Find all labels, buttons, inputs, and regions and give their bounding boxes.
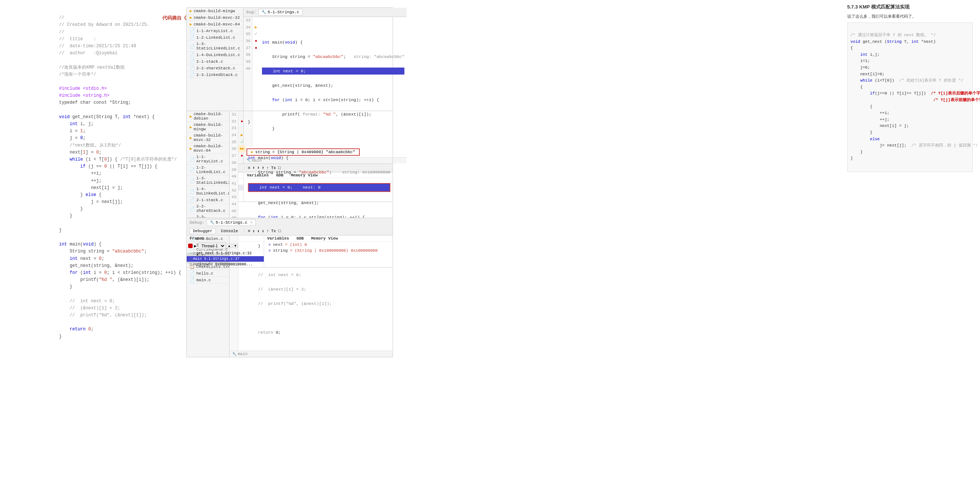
debug-label: Debug: — [190, 220, 204, 225]
frame-bot-get-next[interactable]: ✓ □ get_next 5-1-Strings.c:32 — [187, 250, 264, 256]
filetree-staticlinked-2[interactable]: 📄 1-3-StaticLinkedList.c — [187, 175, 229, 186]
filetree-dulinked-2[interactable]: 📄 1-4-DuLinkedList.c — [187, 186, 229, 197]
filetree-hello[interactable]: 📄 hello.c — [187, 270, 229, 277]
middle-bot-panel: Debug: 🔧 5-1-Strings.c × Debugger Consol… — [186, 218, 393, 268]
filetree-linkedstack[interactable]: 📄 2-3-linkedStack.c — [187, 72, 243, 78]
var-row-string: ≡ string = (String | 0x100000000) 0x1000… — [264, 248, 393, 253]
filetree-cmake-mingw-2[interactable]: ▶ cmake-build-mingw — [187, 122, 229, 132]
dbg-icon-b5[interactable]: ↑ — [266, 229, 269, 233]
filetree-cmake-msvc64-2[interactable]: ▶ cmake-build-msvc-64 — [187, 143, 229, 154]
right-panel: 5.7.3 KMP 模式匹配算法实现 说了这么多，我们可以来看看代码了。 /* … — [847, 4, 973, 172]
variables-header-bot: Variables GDB Memory View — [264, 236, 393, 242]
frames-controls-bot: ▶ Thread-1 ▲ ▼ — [187, 242, 264, 250]
variables-label-bot: Variables — [267, 236, 289, 241]
debugger-tab-bot[interactable]: Debugger — [190, 228, 216, 234]
dbg-icon-b6[interactable]: Tx — [271, 229, 276, 233]
debug-title-bar: Debug: 🔧 5-1-Strings.c × — [186, 218, 393, 227]
filetree-cmake-msvc32-2[interactable]: ▶ cmake-build-msvc-32 — [187, 132, 229, 143]
filetree-staticlinked[interactable]: 📄 1-3-StaticLinkedList.c — [187, 41, 243, 52]
left-code-panel: 代码摘自《大话 数据结构》 // // Created by Adward on… — [59, 7, 207, 347]
filetree-stack-2[interactable]: 📄 2-1-stack.c — [187, 197, 229, 203]
console-tab-bot[interactable]: Console — [218, 228, 241, 234]
right-section-title: 5.7.3 KMP 模式匹配算法实现 — [847, 4, 973, 10]
bug-label: bug: — [247, 10, 256, 14]
debugger-bar-bot: Debugger Console | ≡ ⬆ ⬇ ⬆ ↑ Tx □ — [186, 227, 393, 235]
right-intro: 说了这么多，我们可以来看看代码了。 — [847, 13, 973, 19]
filetree-linkedlist[interactable]: 📄 1-2-LinkedList.c — [187, 34, 243, 41]
debug-file-tab[interactable]: 🔧 5-1-Strings.c × — [207, 219, 256, 226]
filetree-cmake-msvc64[interactable]: ▶ cmake-build-msvc-64 — [187, 21, 243, 28]
filetree-sharestack-2[interactable]: 📄 2-2-shareStack.c — [187, 203, 229, 214]
frames-variables-bot: Frames ▶ Thread-1 ▲ ▼ ✓ □ get_next 5-1-S… — [186, 235, 393, 268]
right-code-block: /* 通过计算返回子串 T 的 next 数组。 */ void get_nex… — [847, 22, 973, 172]
filetree-main[interactable]: 📄 main.c — [187, 277, 229, 284]
dbg-icon-b2[interactable]: ⬆ — [252, 229, 255, 234]
filetree-cmake-mingw[interactable]: ▶ cmake-build-mingw — [187, 8, 243, 14]
dbg-icon-b1[interactable]: ≡ — [248, 229, 251, 233]
filetree-dulinked[interactable]: 📄 1-4-DuLinkedList.c — [187, 52, 243, 58]
gdb-label-bot: GDB — [296, 236, 304, 241]
filetree-stack[interactable]: 📄 2-1-stack.c — [187, 58, 243, 65]
filetree-cmake-debian[interactable]: ▶ cmake-build-debian — [187, 111, 229, 122]
filetree-linkedlist-2[interactable]: 📄 1-2-LinkedList.c — [187, 165, 229, 175]
memory-label-bot: Memory View — [311, 236, 338, 241]
thread-down[interactable]: ▼ — [233, 244, 239, 248]
left-code-block: // // Created by Adward on 2021/1/25. //… — [59, 7, 207, 347]
var-row-next: ≡ next = (int) 0 — [264, 242, 393, 248]
variables-col-bot: Variables GDB Memory View ≡ next = (int)… — [264, 236, 393, 267]
filetree-arraylist[interactable]: 📄 1-1-ArrayList.c — [187, 28, 243, 34]
frame-bot-unknown[interactable]: □ <unknown> 0x000000010000... — [187, 262, 264, 267]
right-code-content: /* 通过计算返回子串 T 的 next 数组。 */ void get_nex… — [851, 26, 969, 169]
dbg-icon-b7[interactable]: □ — [278, 229, 281, 233]
frame-bot-main[interactable]: □ main 5-1-Strings.c:37 — [187, 256, 264, 262]
main-label-mid: 🔧 main — [229, 351, 393, 357]
dbg-icon-b4[interactable]: ⬆ — [262, 229, 264, 234]
frames-col-bot: Frames ▶ Thread-1 ▲ ▼ ✓ □ get_next 5-1-S… — [187, 236, 264, 267]
filetree-cmake-msvc32[interactable]: ▶ cmake-build-msvc-32 — [187, 14, 243, 21]
dbg-icon-b3[interactable]: ⬇ — [257, 229, 260, 234]
filetree-sharestack[interactable]: 📄 2-2-shareStack.c — [187, 65, 243, 72]
file-tab-strings[interactable]: 🔧 5-1-Strings.c — [258, 9, 302, 16]
filetree-arraylist-2[interactable]: 📄 1-1-ArrayList.c — [187, 154, 229, 165]
close-tab-icon[interactable]: × — [250, 221, 252, 225]
frames-header-bot: Frames — [187, 236, 264, 242]
thread-selector[interactable]: Thread-1 — [198, 242, 226, 249]
pause-btn[interactable] — [188, 244, 192, 248]
thread-up[interactable]: ▲ — [227, 244, 232, 248]
